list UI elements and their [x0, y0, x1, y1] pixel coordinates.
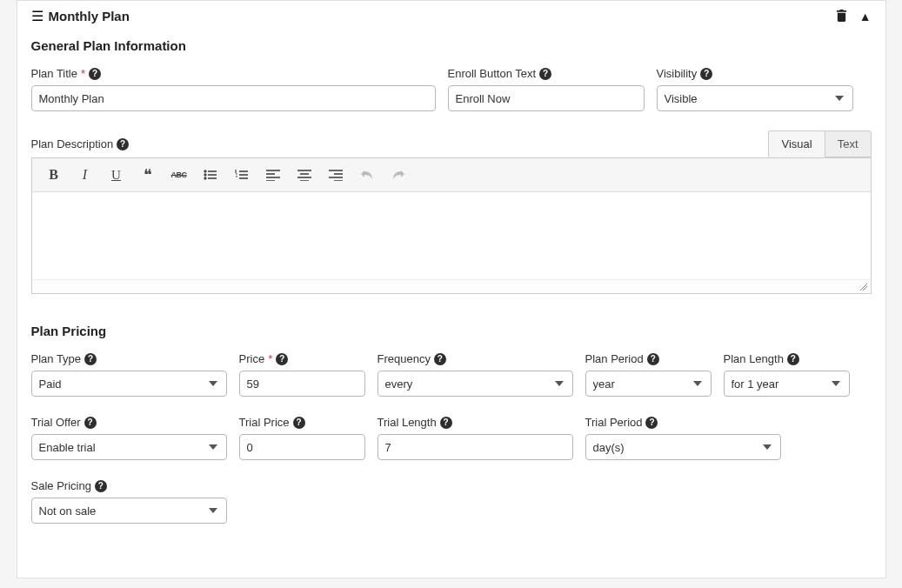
editor-toolbar: B I U ❝ ABC	[32, 158, 871, 192]
card-title: Monthly Plan	[49, 9, 836, 23]
plan-description-group: Plan Description ? Visual Text B I U ❝ A…	[31, 130, 872, 294]
editor-box: B I U ❝ ABC	[31, 157, 872, 294]
trial-price-label: Trial Price ?	[239, 416, 365, 429]
plan-desc-label: Plan Description ?	[31, 137, 130, 150]
plan-length-label: Plan Length ?	[724, 352, 850, 365]
plan-description-editor[interactable]	[32, 192, 871, 279]
enroll-group: Enroll Button Text ?	[448, 67, 645, 111]
help-icon[interactable]: ?	[647, 353, 659, 365]
plan-period-group: Plan Period ? year	[585, 352, 712, 397]
help-icon[interactable]: ?	[700, 68, 712, 80]
italic-icon[interactable]: I	[76, 165, 95, 184]
trial-offer-label: Trial Offer ?	[31, 416, 227, 429]
sale-pricing-label: Sale Pricing ?	[31, 479, 227, 492]
trial-length-group: Trial Length ?	[378, 416, 573, 460]
frequency-group: Frequency ? every	[378, 352, 573, 397]
sale-pricing-select[interactable]: Not on sale	[31, 498, 227, 524]
help-icon[interactable]: ?	[293, 417, 305, 429]
help-icon[interactable]: ?	[117, 138, 129, 150]
help-icon[interactable]: ?	[440, 417, 452, 429]
tab-visual[interactable]: Visual	[768, 130, 824, 157]
plan-title-input[interactable]	[31, 85, 436, 111]
frequency-label: Frequency ?	[378, 352, 573, 365]
plan-panel: ☰ Monthly Plan ▲ General Plan Informatio…	[17, 0, 886, 578]
price-group: Price * ?	[239, 352, 365, 397]
underline-icon[interactable]: U	[107, 165, 126, 184]
trial-length-label: Trial Length ?	[378, 416, 573, 429]
bullet-list-icon[interactable]	[201, 165, 220, 184]
enroll-input[interactable]	[448, 85, 645, 111]
visibility-select[interactable]: Visible	[657, 85, 853, 111]
trial-offer-group: Trial Offer ? Enable trial	[31, 416, 227, 460]
trial-length-input[interactable]	[378, 434, 573, 460]
help-icon[interactable]: ?	[89, 68, 101, 80]
blockquote-icon[interactable]: ❝	[138, 165, 157, 184]
trial-price-input[interactable]	[239, 434, 365, 460]
plan-title-label: Plan Title * ?	[31, 67, 436, 80]
plan-length-group: Plan Length ? for 1 year	[724, 352, 850, 397]
plan-length-select[interactable]: for 1 year	[724, 371, 850, 397]
help-icon[interactable]: ?	[645, 417, 658, 429]
help-icon[interactable]: ?	[84, 353, 97, 365]
trial-period-group: Trial Period ? day(s)	[585, 416, 781, 460]
svg-point-2	[204, 174, 205, 176]
tab-text[interactable]: Text	[825, 130, 872, 157]
pricing-section: Plan Pricing Plan Type ? Paid Price * ?	[31, 324, 872, 524]
undo-icon[interactable]	[357, 165, 377, 184]
trial-period-label: Trial Period ?	[585, 416, 781, 429]
drag-handle-icon[interactable]: ☰	[31, 8, 43, 24]
price-label: Price * ?	[239, 352, 365, 365]
plan-period-select[interactable]: year	[585, 371, 712, 397]
card-header: ☰ Monthly Plan ▲	[31, 1, 872, 38]
general-section: General Plan Information Plan Title * ? …	[31, 38, 872, 294]
enroll-label: Enroll Button Text ?	[448, 67, 645, 80]
trash-icon[interactable]	[836, 9, 847, 24]
plan-type-group: Plan Type ? Paid	[31, 352, 227, 397]
frequency-select[interactable]: every	[378, 371, 573, 397]
required-mark: *	[81, 67, 85, 80]
align-center-icon[interactable]	[295, 165, 314, 184]
collapse-icon[interactable]: ▲	[859, 10, 872, 23]
visibility-label: Visibility ?	[657, 67, 853, 80]
trial-price-group: Trial Price ?	[239, 416, 365, 460]
general-section-title: General Plan Information	[31, 38, 872, 53]
help-icon[interactable]: ?	[539, 68, 551, 80]
svg-point-0	[204, 170, 205, 172]
svg-point-4	[204, 177, 205, 179]
strikethrough-icon[interactable]: ABC	[170, 165, 189, 184]
sale-pricing-group: Sale Pricing ? Not on sale	[31, 479, 227, 524]
editor-tabs: Visual Text	[768, 130, 871, 157]
editor-resize-handle[interactable]	[32, 279, 871, 293]
numbered-list-icon[interactable]	[232, 165, 251, 184]
align-right-icon[interactable]	[326, 165, 345, 184]
visibility-group: Visibility ? Visible	[657, 67, 853, 111]
plan-type-label: Plan Type ?	[31, 352, 227, 365]
required-mark: *	[268, 352, 272, 365]
trial-offer-select[interactable]: Enable trial	[31, 434, 227, 460]
help-icon[interactable]: ?	[276, 353, 288, 365]
price-input[interactable]	[239, 371, 365, 397]
plan-period-label: Plan Period ?	[585, 352, 712, 365]
help-icon[interactable]: ?	[434, 353, 446, 365]
help-icon[interactable]: ?	[84, 417, 97, 429]
header-actions: ▲	[836, 9, 872, 24]
help-icon[interactable]: ?	[95, 480, 107, 492]
help-icon[interactable]: ?	[787, 353, 799, 365]
plan-title-group: Plan Title * ?	[31, 67, 436, 111]
redo-icon[interactable]	[389, 165, 408, 184]
trial-period-select[interactable]: day(s)	[585, 434, 781, 460]
align-left-icon[interactable]	[264, 165, 283, 184]
bold-icon[interactable]: B	[44, 165, 63, 184]
pricing-section-title: Plan Pricing	[31, 324, 872, 338]
plan-type-select[interactable]: Paid	[31, 371, 227, 397]
